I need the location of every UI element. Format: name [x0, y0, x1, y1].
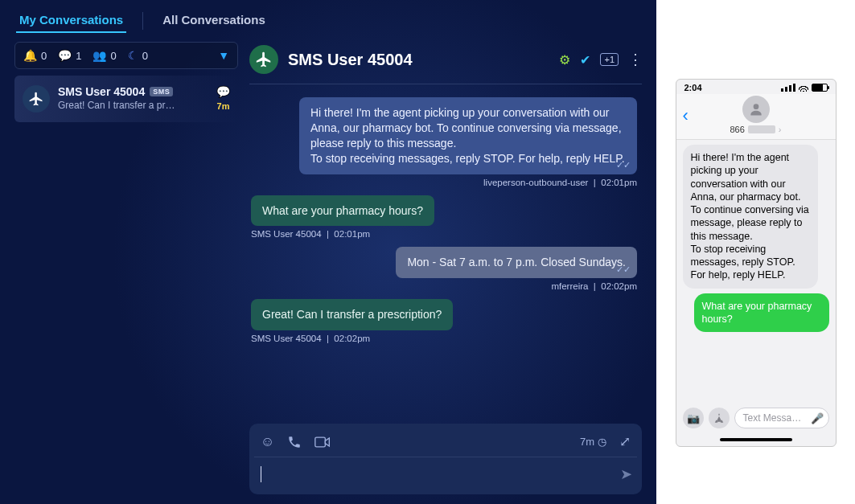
read-receipt-icon: ✓✓ — [616, 159, 631, 171]
message-time: 02:02pm — [322, 334, 371, 343]
message-input[interactable] — [269, 468, 612, 481]
counter-bar: 🔔0 💬1 👥0 ☾0 ▼ — [14, 42, 238, 69]
chat-icon: 💬 — [58, 49, 72, 62]
conversation-list-item[interactable]: SMS User 45004 SMS Great! Can I transfer… — [14, 76, 238, 122]
message-row: Mon - Sat 7 a.m. to 7 p.m. Closed Sunday… — [251, 247, 637, 291]
more-menu-button[interactable]: ⋮ — [628, 51, 642, 68]
contact-name-row[interactable]: 866 › — [730, 125, 781, 134]
chat-title: SMS User 45004 — [288, 51, 549, 69]
airplane-icon — [28, 91, 44, 107]
phone-conversation-header: ‹ 866 › — [676, 94, 836, 140]
text-cursor — [261, 466, 261, 482]
phone-outgoing-bubble: What are your pharmacy hours? — [694, 293, 829, 333]
message-transcript[interactable]: Hi there! I'm the agent picking up your … — [249, 84, 642, 419]
consumer-bubble: Great! Can I transfer a prescription? — [251, 299, 453, 330]
apps-button[interactable] — [709, 408, 730, 428]
chat-avatar — [249, 45, 278, 74]
phone-preview-area: 2:04 ‹ 866 › Hi there! I'm the agent pic… — [656, 0, 855, 504]
agent-bubble: Hi there! I'm the agent picking up your … — [299, 97, 637, 174]
home-indicator[interactable] — [720, 438, 792, 441]
svg-rect-0 — [315, 437, 326, 447]
counter-overdue[interactable]: 🔔0 — [23, 49, 47, 62]
send-button[interactable]: ➤ — [620, 465, 632, 483]
message-sender: mferreira — [551, 281, 588, 291]
chat-header: SMS User 45004 ⚙ ✔ +1 ⋮ — [249, 42, 642, 84]
appstore-icon — [713, 412, 725, 424]
phone-composer: 📷 Text Messa… 🎤 — [676, 403, 836, 438]
chat-panel: SMS User 45004 ⚙ ✔ +1 ⋮ Hi there! I'm th… — [249, 42, 656, 504]
mic-icon[interactable]: 🎤 — [811, 412, 824, 424]
phone-text-input[interactable]: Text Messa… 🎤 — [734, 408, 829, 428]
video-icon — [314, 436, 331, 448]
conversation-channel-badge: SMS — [150, 87, 173, 96]
message-meta: SMS User 4500402:01pm — [251, 229, 370, 239]
counter-ongoing[interactable]: 💬1 — [58, 49, 81, 62]
phone-status-bar: 2:04 — [676, 80, 836, 94]
resolve-icon[interactable]: ✔ — [580, 52, 590, 68]
phone-incoming-bubble: Hi there! I'm the agent picking up your … — [683, 145, 818, 289]
group-icon: 👥 — [92, 49, 106, 62]
read-receipt-icon: ✓✓ — [616, 264, 631, 276]
phone-icon — [287, 435, 302, 449]
message-sender: SMS User 45004 — [251, 334, 322, 343]
expand-composer-button[interactable]: ⤢ — [619, 433, 631, 450]
call-button[interactable] — [287, 435, 302, 449]
message-meta: mferreira02:02pm — [551, 281, 637, 291]
conversation-sidebar: 🔔0 💬1 👥0 ☾0 ▼ SMS User 45004 SMS Great! … — [14, 42, 238, 504]
workspace: 🔔0 💬1 👥0 ☾0 ▼ SMS User 45004 SMS Great! … — [0, 34, 656, 504]
camera-button[interactable]: 📷 — [683, 408, 704, 428]
message-sender: SMS User 45004 — [251, 229, 322, 239]
add-participant-button[interactable]: +1 — [600, 53, 619, 66]
filter-button[interactable]: ▼ — [218, 49, 229, 62]
tab-divider — [142, 12, 143, 30]
counter-idle[interactable]: ☾0 — [128, 49, 148, 62]
message-time: 02:02pm — [588, 281, 637, 291]
wifi-icon — [799, 84, 808, 92]
agent-console: My Conversations All Conversations 🔔0 💬1… — [0, 0, 656, 504]
message-meta: liveperson-outbound-user02:01pm — [483, 178, 637, 187]
contact-avatar — [742, 96, 770, 123]
gear-icon[interactable]: ⚙ — [559, 52, 570, 68]
consumer-bubble: What are your pharmacy hours? — [251, 195, 434, 227]
battery-icon — [812, 84, 828, 92]
chevron-right-icon: › — [779, 125, 782, 134]
composer-response-time: 7m ◷ — [580, 436, 606, 448]
message-meta: SMS User 4500402:02pm — [251, 334, 370, 343]
filter-icon: ▼ — [218, 49, 229, 62]
message-time: 02:01pm — [322, 229, 371, 239]
conversation-age: 7m — [217, 101, 230, 111]
conversation-preview: Great! Can I transfer a pr… — [58, 100, 208, 111]
contact-number-prefix: 866 — [730, 125, 744, 134]
message-sender: liveperson-outbound-user — [483, 178, 588, 187]
airplane-icon — [255, 51, 273, 68]
phone-frame: 2:04 ‹ 866 › Hi there! I'm the agent pic… — [676, 79, 837, 447]
tab-my-conversations[interactable]: My Conversations — [16, 8, 126, 35]
moon-icon: ☾ — [128, 49, 138, 62]
message-time: 02:01pm — [588, 178, 637, 187]
clock-icon: ◷ — [598, 436, 606, 448]
conversation-title: SMS User 45004 — [58, 85, 145, 98]
redacted-number — [748, 125, 775, 133]
message-row: What are your pharmacy hours?SMS User 45… — [251, 195, 637, 240]
agent-bubble: Mon - Sat 7 a.m. to 7 p.m. Closed Sunday… — [396, 247, 637, 278]
svg-point-1 — [753, 104, 758, 109]
counter-group[interactable]: 👥0 — [92, 49, 116, 62]
signal-icon — [781, 84, 795, 92]
bell-icon: 🔔 — [23, 49, 37, 62]
conversation-avatar — [23, 85, 50, 113]
tab-all-conversations[interactable]: All Conversations — [159, 8, 269, 35]
emoji-button[interactable]: ☺ — [261, 434, 274, 450]
phone-message-list[interactable]: Hi there! I'm the agent picking up your … — [676, 140, 836, 403]
top-tabs: My Conversations All Conversations — [0, 0, 656, 34]
person-icon — [748, 101, 764, 117]
message-row: Great! Can I transfer a prescription?SMS… — [251, 299, 637, 343]
phone-clock: 2:04 — [684, 83, 702, 92]
video-button[interactable] — [314, 436, 331, 448]
pending-reply-icon: 💬 — [216, 85, 230, 98]
message-composer: ☺ 7m ◷ ⤢ — [249, 424, 642, 494]
message-row: Hi there! I'm the agent picking up your … — [251, 97, 637, 187]
camera-icon: 📷 — [687, 412, 700, 424]
back-button[interactable]: ‹ — [683, 107, 689, 125]
